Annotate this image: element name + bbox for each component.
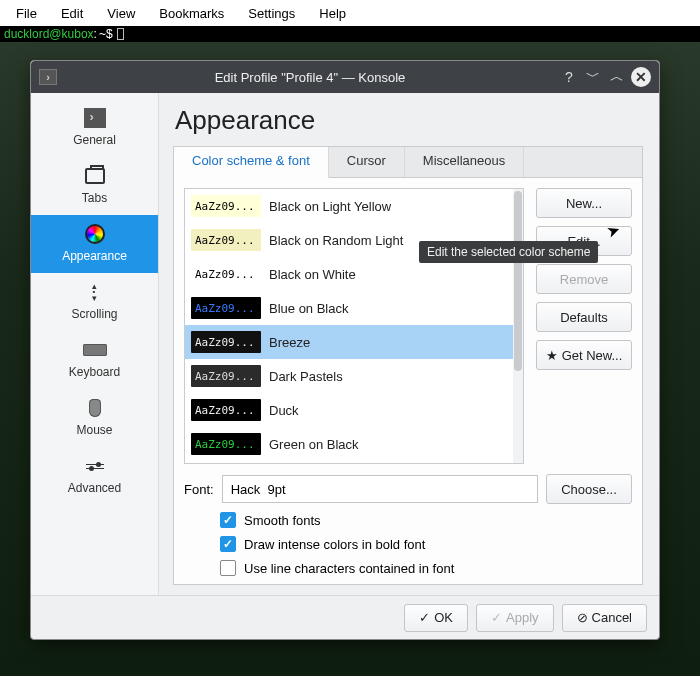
scrollbar[interactable] [513,189,523,463]
color-scheme-list[interactable]: AaZz09...Black on Light YellowAaZz09...B… [184,188,524,464]
sidebar-label: Tabs [82,191,107,205]
checkbox-icon [220,536,236,552]
menu-edit[interactable]: Edit [49,3,95,24]
scrollbar-thumb[interactable] [514,191,522,371]
tab-miscellaneous[interactable]: Miscellaneous [405,147,524,177]
bold-intense-checkbox[interactable]: Draw intense colors in bold font [220,536,632,552]
app-menubar: File Edit View Bookmarks Settings Help [0,0,700,26]
konsole-icon [39,69,57,85]
menu-settings[interactable]: Settings [236,3,307,24]
scheme-label: Blue on Black [269,301,349,316]
star-icon: ★ [546,348,558,363]
page-title: Appearance [175,105,643,136]
cancel-button[interactable]: ⊘Cancel [562,604,647,632]
scheme-label: Green on Black [269,437,359,452]
dialog-title: Edit Profile "Profile 4" — Konsole [65,70,555,85]
sliders-icon [86,464,104,469]
menu-bookmarks[interactable]: Bookmarks [147,3,236,24]
terminal-cursor [117,28,124,40]
scheme-swatch: AaZz09... [191,263,261,285]
scheme-swatch: AaZz09... [191,399,261,421]
new-scheme-button[interactable]: New... [536,188,632,218]
color-scheme-item[interactable]: AaZz09...Duck [185,393,523,427]
appearance-tabs: Color scheme & font Cursor Miscellaneous [173,146,643,178]
sidebar-item-tabs[interactable]: Tabs [31,157,158,215]
tab-color-scheme-font[interactable]: Color scheme & font [174,147,329,178]
checkbox-icon [220,512,236,528]
menu-view[interactable]: View [95,3,147,24]
sidebar-label: General [73,133,116,147]
color-scheme-item[interactable]: AaZz09...Blue on Black [185,291,523,325]
get-new-button[interactable]: ★Get New... [536,340,632,370]
scheme-swatch: AaZz09... [191,229,261,251]
apply-button[interactable]: ✓Apply [476,604,554,632]
dialog-titlebar[interactable]: Edit Profile "Profile 4" — Konsole ? ﹀ ︿… [31,61,659,93]
sidebar-label: Keyboard [69,365,120,379]
cancel-icon: ⊘ [577,610,588,625]
sidebar-item-appearance[interactable]: Appearance [31,215,158,273]
scheme-swatch: AaZz09... [191,195,261,217]
color-scheme-item[interactable]: AaZz09...Breeze [185,325,523,359]
edit-button-tooltip: Edit the selected color scheme [419,241,598,263]
maximize-button[interactable]: ︿ [607,67,627,87]
sidebar-item-mouse[interactable]: Mouse [31,389,158,447]
check-icon: ✓ [491,610,502,625]
scroll-icon: • [92,283,97,301]
check-icon: ✓ [419,610,430,625]
choose-font-button[interactable]: Choose... [546,474,632,504]
checkbox-icon [220,560,236,576]
ok-button[interactable]: ✓OK [404,604,468,632]
sidebar-item-advanced[interactable]: Advanced [31,447,158,505]
defaults-button[interactable]: Defaults [536,302,632,332]
scheme-label: Dark Pastels [269,369,343,384]
terminal-line[interactable]: ducklord@kubox:~$ [0,26,700,42]
sidebar-label: Mouse [76,423,112,437]
menu-file[interactable]: File [4,3,49,24]
line-chars-checkbox[interactable]: Use line characters contained in font [220,560,632,576]
sidebar-label: Scrolling [71,307,117,321]
keyboard-icon [83,344,107,356]
scheme-swatch: AaZz09... [191,297,261,319]
scheme-label: Black on Random Light [269,233,403,248]
sidebar-label: Advanced [68,481,121,495]
color-scheme-item[interactable]: AaZz09...Black on Light Yellow [185,189,523,223]
edit-profile-dialog: Edit Profile "Profile 4" — Konsole ? ﹀ ︿… [30,60,660,640]
sidebar-item-scrolling[interactable]: • Scrolling [31,273,158,331]
terminal-icon [84,108,106,128]
color-scheme-item[interactable]: AaZz09...Dark Pastels [185,359,523,393]
scheme-swatch: AaZz09... [191,365,261,387]
color-scheme-item[interactable]: AaZz09...Green on Black [185,427,523,461]
remove-scheme-button[interactable]: Remove [536,264,632,294]
dialog-footer: ✓OK ✓Apply ⊘Cancel [31,595,659,639]
terminal-path: ~$ [99,27,113,41]
scheme-label: Breeze [269,335,310,350]
sidebar-label: Appearance [62,249,127,263]
sidebar-item-keyboard[interactable]: Keyboard [31,331,158,389]
scheme-swatch: AaZz09... [191,331,261,353]
scheme-label: Duck [269,403,299,418]
tabs-icon [85,168,105,184]
sidebar-item-general[interactable]: General [31,99,158,157]
category-sidebar: General Tabs Appearance • Scrolling Keyb… [31,93,159,595]
terminal-prompt: ducklord@kubox [4,27,94,41]
minimize-button[interactable]: ﹀ [583,67,603,87]
color-wheel-icon [85,224,105,244]
scheme-label: Black on White [269,267,356,282]
menu-help[interactable]: Help [307,3,358,24]
font-label: Font: [184,482,214,497]
tab-cursor[interactable]: Cursor [329,147,405,177]
scheme-label: Black on Light Yellow [269,199,391,214]
close-button[interactable]: ✕ [631,67,651,87]
mouse-icon [89,399,101,417]
scheme-swatch: AaZz09... [191,433,261,455]
font-input[interactable] [222,475,538,503]
help-button[interactable]: ? [559,67,579,87]
smooth-fonts-checkbox[interactable]: Smooth fonts [220,512,632,528]
